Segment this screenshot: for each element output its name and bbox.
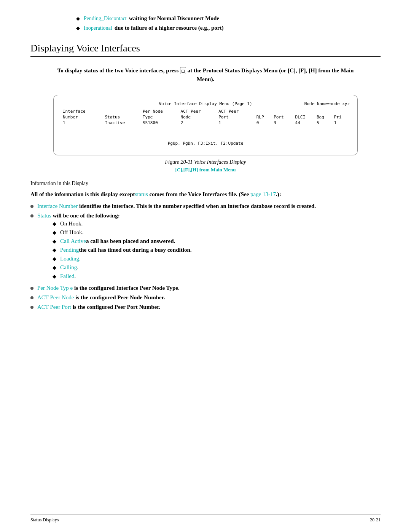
terminal-table: Interface Per Node ACT Peer ACT Peer Num… [61, 109, 350, 126]
diamond-icon: ◆ [76, 16, 80, 22]
col-pernode: Per Node [141, 109, 179, 114]
pending-label: Pending [60, 247, 79, 253]
col-node: Node [179, 114, 217, 120]
sub-bullet-loading: ◆ Loading . [53, 256, 191, 262]
col-status: Status [103, 114, 141, 120]
failed-suffix: . [75, 273, 76, 280]
col-actpeer2: ACT Peer [217, 109, 255, 114]
onhook-text: On Hook. [60, 220, 83, 227]
cell-bag: 5 [315, 120, 333, 126]
per-node-type-label: Per Node Typ e [37, 285, 73, 291]
cell-port: 1 [217, 120, 255, 126]
main-desc-close: .): [276, 191, 281, 197]
bullet-pending-discontact: ◆ Pending_Discontact waiting for Normal … [76, 15, 381, 22]
sub-bullet-callactive: ◆ Call Active a call has been placed and… [53, 238, 191, 244]
calling-suffix: . [77, 264, 78, 271]
main-desc-bold-end: comes from the Voice Interfaces file. (S… [148, 191, 250, 197]
page-ref: page 13-17 [250, 191, 276, 197]
main-description: All of the information is this display e… [30, 191, 381, 198]
sub-bullet-onhook: ◆ On Hook. [53, 220, 191, 227]
cell-number: 1 [61, 120, 103, 126]
loading-suffix: . [79, 256, 81, 262]
circle-bullet-icon [30, 205, 33, 208]
diamond-icon-4: ◆ [53, 230, 56, 236]
circle-bullet-icon-3 [30, 287, 33, 290]
inoperational-desc: due to failure of a higher resource (e.g… [115, 25, 224, 31]
figure-sub: [C],[F],[H] from Main Menu [30, 167, 381, 173]
footer-right: 20-21 [370, 517, 381, 523]
pending-discontact-desc: waiting for Normal Disconnect Mode [129, 15, 219, 22]
col-bag-h: Bag [315, 114, 333, 120]
main-desc-bold-start: All of the information is this display e… [30, 191, 135, 197]
callactive-label: Call Active [60, 238, 86, 244]
act-peer-port-content: ACT Peer Port is the configured Peer Por… [37, 304, 160, 310]
info-label: Information in this Display [30, 181, 381, 187]
terminal-header: Voice Interface Display Menu (Page 1) No… [61, 101, 350, 106]
table-header-row1: Interface Per Node ACT Peer ACT Peer [61, 109, 350, 114]
act-peer-node-content: ACT Peer Node is the configured Peer Nod… [37, 294, 165, 301]
interface-number-desc: identifies the interface. This is the nu… [79, 203, 316, 209]
col-pri [332, 109, 350, 114]
bullet-per-node-type: Per Node Typ e is the configured Interfa… [30, 285, 381, 291]
circle-bullet-icon-4 [30, 296, 33, 299]
cell-type: SS1800 [141, 120, 179, 126]
failed-label: Failed [60, 273, 75, 280]
figure-caption: Figure 20-11 Voice Interfaces Display [30, 159, 381, 165]
calling-label: Calling [60, 264, 77, 271]
intro-text-end: at the Protocol Status Displays Menu (or… [188, 67, 354, 82]
col-actpeer1: ACT Peer [179, 109, 217, 114]
col-rlp [255, 109, 272, 114]
col-port [272, 109, 293, 114]
status-content: Status will be one of the following: ◆ O… [37, 212, 191, 282]
diamond-icon-3: ◆ [53, 221, 56, 227]
status-word: status [135, 191, 148, 197]
sub-bullet-offhook: ◆ Off Hook. [53, 229, 191, 236]
col-dlci-h: DLCI [294, 114, 315, 120]
cell-status: Inactive [103, 120, 141, 126]
cell-pri: 1 [332, 120, 350, 126]
act-peer-port-desc: is the configured Peer Port Number. [73, 304, 161, 310]
status-desc: will be one of the following: [53, 212, 119, 219]
circle-bullet-icon-5 [30, 306, 33, 309]
bullet-interface-number: Interface Number identifies the interfac… [30, 203, 381, 209]
terminal-title: Voice Interface Display Menu (Page 1) [158, 101, 254, 106]
bullet-status: Status will be one of the following: ◆ O… [30, 212, 381, 282]
terminal-display: Voice Interface Display Menu (Page 1) No… [53, 95, 358, 155]
col-dlci [294, 109, 315, 114]
diamond-icon-8: ◆ [53, 265, 56, 271]
main-bullet-list: Interface Number identifies the interfac… [30, 203, 381, 310]
press-key: □ [180, 67, 186, 74]
per-node-type-desc: is the configured Interface Peer Node Ty… [74, 285, 180, 291]
act-peer-node-desc: is the configured Peer Node Number. [75, 294, 165, 300]
diamond-icon-2: ◆ [76, 25, 80, 31]
terminal-footer: PgUp, PgDn, F3:Exit, F2:Update [61, 141, 350, 146]
interface-number-label: Interface Number [37, 203, 78, 209]
intro-paragraph: To display status of the two Voice inter… [53, 66, 358, 83]
col-number: Number [61, 114, 103, 120]
table-header-row2: Number Status Type Node Port RLP Port DL… [61, 114, 350, 120]
col-pri-h: Pri [332, 114, 350, 120]
col-portlabel: Port [217, 114, 255, 120]
diamond-icon-6: ◆ [53, 247, 56, 253]
col-type: Type [141, 114, 179, 120]
act-peer-node-label: ACT Peer Node [37, 294, 74, 300]
act-peer-port-label: ACT Peer Port [37, 304, 71, 310]
callactive-desc: a call has been placed and answered. [86, 238, 175, 244]
pending-discontact-label: Pending_Discontact [84, 16, 127, 22]
bullet-inoperational: ◆ Inoperational due to failure of a high… [76, 25, 381, 31]
col-rlp-h: RLP [255, 114, 272, 120]
status-sub-bullets: ◆ On Hook. ◆ Off Hook. ◆ Call Active a c… [53, 220, 191, 280]
page-footer: Status Displays 20-21 [30, 514, 381, 523]
cell-dlci: 44 [294, 120, 315, 126]
sub-bullet-calling: ◆ Calling . [53, 264, 191, 271]
pending-desc: the call has timed out during a busy con… [79, 247, 191, 253]
intro-text-start: To display status of the two Voice inter… [57, 67, 179, 73]
loading-label: Loading [60, 256, 79, 262]
diamond-icon-7: ◆ [53, 256, 56, 262]
per-node-type-content: Per Node Typ e is the configured Interfa… [37, 285, 180, 291]
table-row: 1 Inactive SS1800 2 1 0 3 44 5 1 [61, 120, 350, 126]
cell-portval: 3 [272, 120, 293, 126]
section-title: Displaying Voice Interfaces [30, 43, 381, 57]
bullet-act-peer-node: ACT Peer Node is the configured Peer Nod… [30, 294, 381, 301]
bullet-act-peer-port: ACT Peer Port is the configured Peer Por… [30, 304, 381, 310]
